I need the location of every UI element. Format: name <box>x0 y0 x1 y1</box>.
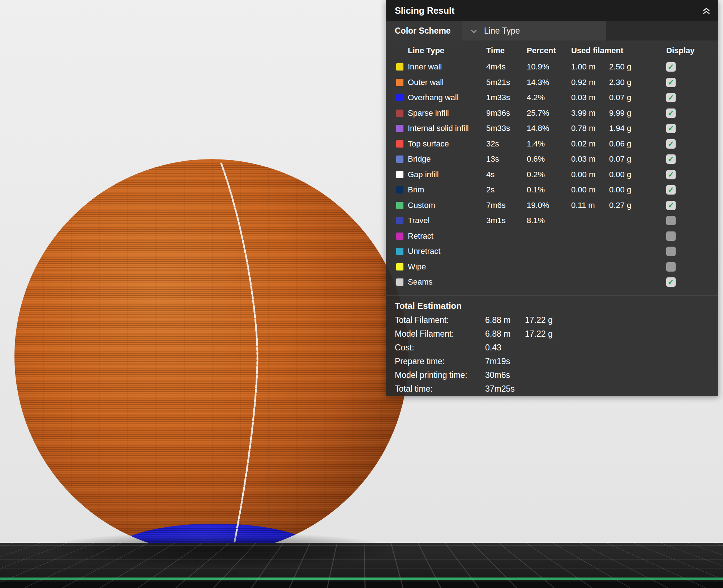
line-type-swatch <box>396 79 403 86</box>
table-row: Inner wall 4m4s 10.9% 1.00 m 2.50 g ✓ <box>386 59 718 75</box>
line-type-swatch <box>396 171 403 178</box>
percent-cell: 14.8% <box>527 124 571 133</box>
filament-length-cell: 3.99 m <box>571 108 609 118</box>
time-cell: 5m33s <box>486 124 527 133</box>
table-row: Travel 3m1s 8.1% <box>386 213 718 229</box>
display-checkbox[interactable]: ✓ <box>666 93 676 102</box>
line-type-table-header: Line Type Time Percent Used filament Dis… <box>386 42 718 59</box>
total-row: Total time: 37m25s <box>386 382 718 396</box>
model-shadow <box>40 532 394 567</box>
percent-cell: 0.1% <box>527 185 571 195</box>
display-checkbox[interactable]: ✓ <box>666 62 676 72</box>
filament-weight-cell: 0.00 g <box>609 170 666 179</box>
build-plate-base <box>0 581 723 588</box>
total-label: Total Filament: <box>395 315 485 325</box>
time-cell: 4m4s <box>486 62 527 72</box>
panel-title: Slicing Result <box>395 5 454 16</box>
display-checkbox[interactable] <box>666 216 676 225</box>
total-label: Cost: <box>395 343 485 353</box>
color-scheme-value: Line Type <box>484 26 520 36</box>
percent-cell: 19.0% <box>527 201 571 210</box>
filament-length-cell: 0.78 m <box>571 124 609 133</box>
total-value-2: 17.22 g <box>525 315 718 325</box>
display-checkbox[interactable]: ✓ <box>666 201 676 210</box>
filament-weight-cell: 0.07 g <box>609 154 666 164</box>
total-estimation-section: Total Estimation Total Filament: 6.88 m … <box>386 295 718 396</box>
percent-cell: 1.4% <box>527 139 571 149</box>
filament-weight-cell: 0.07 g <box>609 93 666 102</box>
display-checkbox[interactable]: ✓ <box>666 139 676 149</box>
line-type-label: Gap infill <box>408 170 486 179</box>
table-row: Top surface 32s 1.4% 0.02 m 0.06 g ✓ <box>386 136 718 152</box>
table-row: Wipe <box>386 259 718 275</box>
line-type-swatch <box>396 125 403 132</box>
header-used-filament: Used filament <box>571 46 666 55</box>
percent-cell: 0.2% <box>527 170 571 179</box>
percent-cell: 4.2% <box>527 93 571 102</box>
percent-cell: 0.6% <box>527 154 571 164</box>
line-type-label: Top surface <box>408 139 486 149</box>
display-checkbox[interactable] <box>666 262 676 272</box>
line-type-label: Overhang wall <box>408 93 486 102</box>
filament-length-cell: 0.00 m <box>571 185 609 195</box>
time-cell: 32s <box>486 139 527 149</box>
total-value-1: 7m19s <box>485 357 525 366</box>
display-checkbox[interactable]: ✓ <box>666 124 676 133</box>
color-scheme-label: Color Scheme <box>386 21 462 41</box>
line-type-label: Outer wall <box>408 78 486 87</box>
color-scheme-row: Color Scheme Line Type <box>386 21 718 41</box>
table-row: Brim 2s 0.1% 0.00 m 0.00 g ✓ <box>386 182 718 198</box>
total-value-1: 0.43 <box>485 343 525 353</box>
build-plate-front-edge <box>0 578 723 580</box>
line-type-label: Custom <box>408 201 486 210</box>
line-type-label: Bridge <box>408 154 486 164</box>
total-row: Model Filament: 6.88 m 17.22 g <box>386 327 718 341</box>
line-type-label: Retract <box>408 231 486 241</box>
display-checkbox[interactable]: ✓ <box>666 154 676 164</box>
line-type-label: Brim <box>408 185 486 195</box>
table-row: Outer wall 5m21s 14.3% 0.92 m 2.30 g ✓ <box>386 75 718 90</box>
color-scheme-dropdown[interactable]: Line Type <box>462 21 606 41</box>
table-row: Retract <box>386 229 718 244</box>
header-line-type: Line Type <box>408 46 486 55</box>
line-type-label: Wipe <box>408 262 486 272</box>
header-time: Time <box>486 46 527 55</box>
display-checkbox[interactable]: ✓ <box>666 185 676 195</box>
line-type-swatch <box>396 140 403 148</box>
line-type-swatch <box>396 202 403 209</box>
chevron-down-icon <box>470 27 478 35</box>
percent-cell: 25.7% <box>527 108 571 118</box>
panel-header: Slicing Result <box>386 0 718 21</box>
display-checkbox[interactable]: ✓ <box>666 170 676 179</box>
line-type-label: Seams <box>408 277 486 287</box>
display-checkbox[interactable]: ✓ <box>666 78 676 87</box>
header-display: Display <box>666 46 718 55</box>
table-row: Seams ✓ <box>386 274 718 290</box>
time-cell: 13s <box>486 154 527 164</box>
collapse-panel-icon[interactable] <box>700 5 713 17</box>
total-value-1: 30m6s <box>485 370 525 380</box>
line-type-label: Sparse infill <box>408 108 486 118</box>
display-checkbox[interactable] <box>666 247 676 256</box>
total-label: Model Filament: <box>395 329 485 339</box>
filament-length-cell: 0.03 m <box>571 93 609 102</box>
line-type-swatch <box>396 186 403 193</box>
sliced-model-sphere[interactable] <box>14 159 408 553</box>
line-type-swatch <box>396 248 403 255</box>
total-row: Total Filament: 6.88 m 17.22 g <box>386 314 718 327</box>
total-row: Cost: 0.43 <box>386 341 718 355</box>
line-type-swatch <box>396 110 403 117</box>
display-checkbox[interactable]: ✓ <box>666 277 676 287</box>
total-value-2: 17.22 g <box>525 329 718 339</box>
filament-weight-cell: 2.30 g <box>609 78 666 87</box>
total-value-1: 37m25s <box>485 384 525 394</box>
line-type-swatch <box>396 263 403 270</box>
total-label: Total time: <box>395 384 485 394</box>
percent-cell: 10.9% <box>527 62 571 72</box>
total-value-1: 6.88 m <box>485 329 525 339</box>
display-checkbox[interactable] <box>666 231 676 241</box>
total-label: Prepare time: <box>395 357 485 366</box>
time-cell: 3m1s <box>486 216 527 225</box>
time-cell: 1m33s <box>486 93 527 102</box>
display-checkbox[interactable]: ✓ <box>666 108 676 118</box>
